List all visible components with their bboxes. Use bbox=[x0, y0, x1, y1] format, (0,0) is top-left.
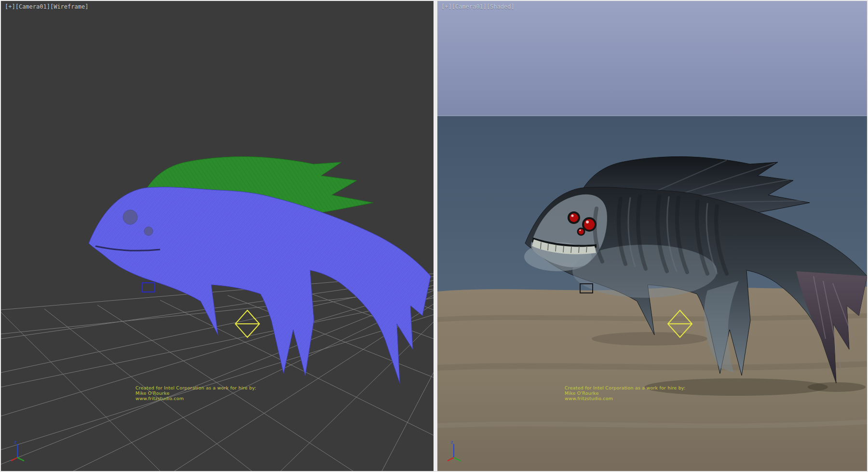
axis-z-label: z bbox=[451, 440, 453, 444]
fish-eye-spot-small bbox=[144, 227, 153, 236]
world-axis-tripod: z bbox=[446, 439, 462, 462]
watermark-line1: Created for Intel Corporation as a work … bbox=[136, 385, 256, 390]
world-axis-tripod: z bbox=[10, 439, 26, 462]
sea-floor[interactable] bbox=[437, 287, 867, 471]
shading-label[interactable]: [Shaded] bbox=[487, 3, 515, 10]
watermark-line3: www.fritzstudio.com bbox=[565, 396, 685, 401]
helper-box[interactable] bbox=[142, 283, 155, 292]
dummy-helper-diamond[interactable] bbox=[235, 310, 259, 337]
axis-z-label: z bbox=[14, 440, 16, 444]
camera-label[interactable]: [Camera01] bbox=[452, 3, 487, 10]
viewport-shaded[interactable]: [+][Camera01][Shaded] bbox=[437, 1, 867, 471]
fish-eye-spot-large bbox=[123, 210, 137, 224]
watermark-line2: Mike O'Rourke bbox=[565, 390, 685, 396]
fish-body-wire-texture bbox=[89, 187, 431, 383]
viewport-menu-button[interactable]: [+] bbox=[5, 3, 15, 10]
watermark: Created for Intel Corporation as a work … bbox=[565, 385, 685, 401]
watermark-line2: Mike O'Rourke bbox=[136, 390, 256, 396]
viewport-label-right: [+][Camera01][Shaded] bbox=[441, 3, 515, 10]
watermark-line3: www.fritzstudio.com bbox=[136, 396, 256, 401]
watermark-line1: Created for Intel Corporation as a work … bbox=[565, 385, 685, 390]
viewport-menu-button[interactable]: [+] bbox=[441, 3, 452, 10]
camera-label[interactable]: [Camera01] bbox=[15, 3, 50, 10]
shading-label[interactable]: [Wireframe] bbox=[50, 3, 88, 10]
viewport-wireframe[interactable]: [+][Camera01][Wireframe] bbox=[1, 1, 434, 471]
viewport-label-left: [+][Camera01][Wireframe] bbox=[5, 3, 88, 10]
watermark: Created for Intel Corporation as a work … bbox=[136, 385, 256, 401]
